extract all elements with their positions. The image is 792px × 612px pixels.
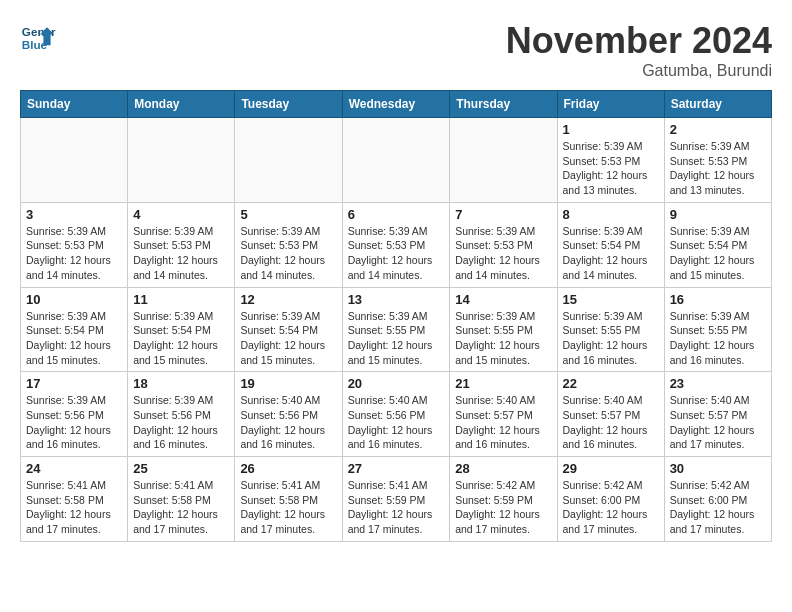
day-number: 28 xyxy=(455,461,551,476)
day-number: 2 xyxy=(670,122,766,137)
day-number: 10 xyxy=(26,292,122,307)
calendar-day-cell: 11Sunrise: 5:39 AM Sunset: 5:54 PM Dayli… xyxy=(128,287,235,372)
calendar-day-cell xyxy=(21,118,128,203)
day-number: 4 xyxy=(133,207,229,222)
calendar-day-cell xyxy=(128,118,235,203)
calendar-day-cell: 18Sunrise: 5:39 AM Sunset: 5:56 PM Dayli… xyxy=(128,372,235,457)
calendar-day-cell: 22Sunrise: 5:40 AM Sunset: 5:57 PM Dayli… xyxy=(557,372,664,457)
calendar-day-cell: 3Sunrise: 5:39 AM Sunset: 5:53 PM Daylig… xyxy=(21,202,128,287)
day-info: Sunrise: 5:42 AM Sunset: 5:59 PM Dayligh… xyxy=(455,478,551,537)
day-info: Sunrise: 5:40 AM Sunset: 5:56 PM Dayligh… xyxy=(348,393,445,452)
calendar-week-row: 3Sunrise: 5:39 AM Sunset: 5:53 PM Daylig… xyxy=(21,202,772,287)
day-info: Sunrise: 5:39 AM Sunset: 5:55 PM Dayligh… xyxy=(670,309,766,368)
day-number: 24 xyxy=(26,461,122,476)
day-info: Sunrise: 5:41 AM Sunset: 5:59 PM Dayligh… xyxy=(348,478,445,537)
day-info: Sunrise: 5:42 AM Sunset: 6:00 PM Dayligh… xyxy=(670,478,766,537)
day-info: Sunrise: 5:39 AM Sunset: 5:54 PM Dayligh… xyxy=(563,224,659,283)
day-info: Sunrise: 5:39 AM Sunset: 5:55 PM Dayligh… xyxy=(455,309,551,368)
day-info: Sunrise: 5:42 AM Sunset: 6:00 PM Dayligh… xyxy=(563,478,659,537)
calendar-day-cell: 12Sunrise: 5:39 AM Sunset: 5:54 PM Dayli… xyxy=(235,287,342,372)
day-number: 26 xyxy=(240,461,336,476)
day-info: Sunrise: 5:39 AM Sunset: 5:54 PM Dayligh… xyxy=(133,309,229,368)
day-number: 3 xyxy=(26,207,122,222)
day-info: Sunrise: 5:39 AM Sunset: 5:54 PM Dayligh… xyxy=(240,309,336,368)
weekday-header: Friday xyxy=(557,91,664,118)
weekday-header: Wednesday xyxy=(342,91,450,118)
calendar-day-cell: 10Sunrise: 5:39 AM Sunset: 5:54 PM Dayli… xyxy=(21,287,128,372)
calendar-day-cell: 24Sunrise: 5:41 AM Sunset: 5:58 PM Dayli… xyxy=(21,457,128,542)
day-info: Sunrise: 5:39 AM Sunset: 5:53 PM Dayligh… xyxy=(348,224,445,283)
calendar-day-cell: 5Sunrise: 5:39 AM Sunset: 5:53 PM Daylig… xyxy=(235,202,342,287)
calendar-day-cell: 27Sunrise: 5:41 AM Sunset: 5:59 PM Dayli… xyxy=(342,457,450,542)
calendar-day-cell: 2Sunrise: 5:39 AM Sunset: 5:53 PM Daylig… xyxy=(664,118,771,203)
day-number: 15 xyxy=(563,292,659,307)
day-number: 30 xyxy=(670,461,766,476)
calendar-week-row: 24Sunrise: 5:41 AM Sunset: 5:58 PM Dayli… xyxy=(21,457,772,542)
day-info: Sunrise: 5:39 AM Sunset: 5:53 PM Dayligh… xyxy=(240,224,336,283)
logo-icon: General Blue xyxy=(20,20,56,56)
day-number: 9 xyxy=(670,207,766,222)
day-number: 11 xyxy=(133,292,229,307)
calendar-table: SundayMondayTuesdayWednesdayThursdayFrid… xyxy=(20,90,772,542)
calendar-day-cell: 20Sunrise: 5:40 AM Sunset: 5:56 PM Dayli… xyxy=(342,372,450,457)
weekday-header: Thursday xyxy=(450,91,557,118)
day-info: Sunrise: 5:39 AM Sunset: 5:55 PM Dayligh… xyxy=(563,309,659,368)
day-number: 7 xyxy=(455,207,551,222)
calendar-day-cell: 16Sunrise: 5:39 AM Sunset: 5:55 PM Dayli… xyxy=(664,287,771,372)
day-info: Sunrise: 5:40 AM Sunset: 5:57 PM Dayligh… xyxy=(670,393,766,452)
day-info: Sunrise: 5:41 AM Sunset: 5:58 PM Dayligh… xyxy=(26,478,122,537)
location-subtitle: Gatumba, Burundi xyxy=(506,62,772,80)
month-title: November 2024 xyxy=(506,20,772,62)
calendar-week-row: 10Sunrise: 5:39 AM Sunset: 5:54 PM Dayli… xyxy=(21,287,772,372)
calendar-day-cell: 14Sunrise: 5:39 AM Sunset: 5:55 PM Dayli… xyxy=(450,287,557,372)
weekday-header: Tuesday xyxy=(235,91,342,118)
calendar-day-cell: 9Sunrise: 5:39 AM Sunset: 5:54 PM Daylig… xyxy=(664,202,771,287)
weekday-header: Saturday xyxy=(664,91,771,118)
day-info: Sunrise: 5:39 AM Sunset: 5:53 PM Dayligh… xyxy=(670,139,766,198)
day-number: 21 xyxy=(455,376,551,391)
day-info: Sunrise: 5:41 AM Sunset: 5:58 PM Dayligh… xyxy=(240,478,336,537)
calendar-day-cell: 29Sunrise: 5:42 AM Sunset: 6:00 PM Dayli… xyxy=(557,457,664,542)
day-info: Sunrise: 5:40 AM Sunset: 5:57 PM Dayligh… xyxy=(455,393,551,452)
day-info: Sunrise: 5:39 AM Sunset: 5:53 PM Dayligh… xyxy=(455,224,551,283)
day-number: 29 xyxy=(563,461,659,476)
calendar-day-cell: 25Sunrise: 5:41 AM Sunset: 5:58 PM Dayli… xyxy=(128,457,235,542)
calendar-day-cell: 17Sunrise: 5:39 AM Sunset: 5:56 PM Dayli… xyxy=(21,372,128,457)
day-info: Sunrise: 5:39 AM Sunset: 5:53 PM Dayligh… xyxy=(26,224,122,283)
calendar-day-cell: 26Sunrise: 5:41 AM Sunset: 5:58 PM Dayli… xyxy=(235,457,342,542)
day-number: 8 xyxy=(563,207,659,222)
calendar-day-cell xyxy=(450,118,557,203)
calendar-day-cell: 19Sunrise: 5:40 AM Sunset: 5:56 PM Dayli… xyxy=(235,372,342,457)
calendar-day-cell: 23Sunrise: 5:40 AM Sunset: 5:57 PM Dayli… xyxy=(664,372,771,457)
weekday-header: Monday xyxy=(128,91,235,118)
calendar-day-cell: 21Sunrise: 5:40 AM Sunset: 5:57 PM Dayli… xyxy=(450,372,557,457)
calendar-day-cell: 30Sunrise: 5:42 AM Sunset: 6:00 PM Dayli… xyxy=(664,457,771,542)
day-number: 27 xyxy=(348,461,445,476)
day-number: 6 xyxy=(348,207,445,222)
calendar-week-row: 17Sunrise: 5:39 AM Sunset: 5:56 PM Dayli… xyxy=(21,372,772,457)
day-info: Sunrise: 5:39 AM Sunset: 5:56 PM Dayligh… xyxy=(26,393,122,452)
day-number: 12 xyxy=(240,292,336,307)
day-number: 16 xyxy=(670,292,766,307)
day-info: Sunrise: 5:39 AM Sunset: 5:54 PM Dayligh… xyxy=(26,309,122,368)
day-number: 17 xyxy=(26,376,122,391)
day-number: 14 xyxy=(455,292,551,307)
calendar-day-cell: 13Sunrise: 5:39 AM Sunset: 5:55 PM Dayli… xyxy=(342,287,450,372)
day-info: Sunrise: 5:40 AM Sunset: 5:56 PM Dayligh… xyxy=(240,393,336,452)
day-number: 22 xyxy=(563,376,659,391)
day-info: Sunrise: 5:39 AM Sunset: 5:55 PM Dayligh… xyxy=(348,309,445,368)
page-header: General Blue November 2024 Gatumba, Buru… xyxy=(20,20,772,80)
day-info: Sunrise: 5:41 AM Sunset: 5:58 PM Dayligh… xyxy=(133,478,229,537)
calendar-day-cell: 7Sunrise: 5:39 AM Sunset: 5:53 PM Daylig… xyxy=(450,202,557,287)
calendar-day-cell: 15Sunrise: 5:39 AM Sunset: 5:55 PM Dayli… xyxy=(557,287,664,372)
calendar-day-cell xyxy=(235,118,342,203)
day-number: 20 xyxy=(348,376,445,391)
day-number: 23 xyxy=(670,376,766,391)
weekday-header: Sunday xyxy=(21,91,128,118)
day-number: 5 xyxy=(240,207,336,222)
calendar-day-cell: 6Sunrise: 5:39 AM Sunset: 5:53 PM Daylig… xyxy=(342,202,450,287)
day-info: Sunrise: 5:39 AM Sunset: 5:53 PM Dayligh… xyxy=(133,224,229,283)
day-info: Sunrise: 5:39 AM Sunset: 5:53 PM Dayligh… xyxy=(563,139,659,198)
day-number: 25 xyxy=(133,461,229,476)
title-block: November 2024 Gatumba, Burundi xyxy=(506,20,772,80)
